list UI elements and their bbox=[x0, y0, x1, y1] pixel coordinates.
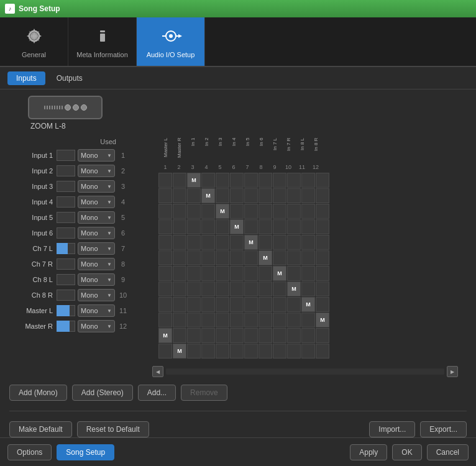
matrix-cell[interactable] bbox=[230, 313, 244, 327]
matrix-cell[interactable] bbox=[187, 188, 201, 203]
matrix-cell[interactable] bbox=[173, 328, 186, 343]
matrix-cell[interactable] bbox=[187, 250, 201, 265]
input-type-select[interactable]: Mono▼ bbox=[78, 258, 115, 270]
matrix-cell[interactable] bbox=[230, 344, 244, 359]
matrix-cell[interactable] bbox=[173, 250, 186, 265]
input-type-select[interactable]: Mono▼ bbox=[78, 273, 115, 286]
matrix-cell[interactable] bbox=[201, 297, 215, 312]
matrix-cell[interactable] bbox=[216, 235, 229, 250]
matrix-cell[interactable] bbox=[158, 281, 172, 296]
matrix-cell[interactable] bbox=[287, 297, 301, 312]
matrix-cell[interactable] bbox=[187, 344, 201, 359]
input-type-select[interactable]: Mono▼ bbox=[78, 320, 115, 332]
options-button[interactable]: Options bbox=[7, 444, 52, 460]
matrix-cell[interactable] bbox=[273, 188, 286, 203]
matrix-cell[interactable] bbox=[316, 188, 329, 203]
matrix-cell[interactable] bbox=[230, 297, 244, 312]
matrix-cell[interactable] bbox=[230, 328, 244, 343]
matrix-cell[interactable] bbox=[316, 281, 329, 296]
matrix-cell[interactable] bbox=[201, 235, 215, 250]
matrix-cell[interactable] bbox=[259, 328, 272, 343]
matrix-cell[interactable] bbox=[187, 204, 201, 219]
matrix-cell[interactable] bbox=[244, 188, 258, 203]
matrix-cell[interactable] bbox=[230, 250, 244, 265]
matrix-cell[interactable] bbox=[173, 219, 186, 234]
input-type-select[interactable]: Mono▼ bbox=[78, 289, 115, 301]
matrix-cell[interactable] bbox=[216, 281, 229, 296]
matrix-cell[interactable] bbox=[173, 297, 186, 312]
matrix-cell[interactable] bbox=[158, 344, 172, 359]
matrix-cell[interactable] bbox=[201, 344, 215, 359]
matrix-cell[interactable] bbox=[259, 219, 272, 234]
import-button[interactable]: Import... bbox=[369, 421, 415, 437]
matrix-cell[interactable] bbox=[316, 235, 329, 250]
matrix-cell[interactable] bbox=[201, 219, 215, 234]
matrix-cell[interactable] bbox=[216, 344, 229, 359]
matrix-cell[interactable] bbox=[216, 266, 229, 281]
remove-button[interactable]: Remove bbox=[181, 385, 227, 401]
matrix-cell[interactable] bbox=[158, 313, 172, 327]
matrix-cell[interactable] bbox=[273, 173, 286, 188]
matrix-cell[interactable] bbox=[301, 344, 315, 359]
matrix-cell[interactable] bbox=[287, 313, 301, 327]
matrix-cell[interactable] bbox=[158, 173, 172, 188]
tab-general[interactable]: General bbox=[0, 17, 68, 66]
matrix-cell[interactable] bbox=[158, 219, 172, 234]
sub-tab-outputs[interactable]: Outputs bbox=[48, 71, 91, 85]
add-button[interactable]: Add... bbox=[138, 385, 176, 401]
matrix-cell[interactable] bbox=[201, 313, 215, 327]
matrix-cell[interactable] bbox=[187, 235, 201, 250]
matrix-cell[interactable] bbox=[316, 250, 329, 265]
matrix-cell[interactable]: M bbox=[187, 173, 201, 188]
matrix-cell[interactable] bbox=[230, 235, 244, 250]
ok-button[interactable]: OK bbox=[392, 444, 421, 460]
matrix-cell[interactable] bbox=[301, 250, 315, 265]
matrix-cell[interactable] bbox=[216, 297, 229, 312]
matrix-cell[interactable] bbox=[244, 344, 258, 359]
matrix-cell[interactable]: M bbox=[259, 250, 272, 265]
matrix-cell[interactable] bbox=[201, 328, 215, 343]
matrix-cell[interactable] bbox=[287, 250, 301, 265]
matrix-cell[interactable] bbox=[244, 204, 258, 219]
matrix-cell[interactable] bbox=[287, 204, 301, 219]
matrix-cell[interactable] bbox=[301, 188, 315, 203]
matrix-cell[interactable] bbox=[216, 188, 229, 203]
matrix-cell[interactable] bbox=[287, 235, 301, 250]
matrix-cell[interactable] bbox=[230, 188, 244, 203]
matrix-cell[interactable] bbox=[273, 297, 286, 312]
matrix-cell[interactable] bbox=[216, 250, 229, 265]
matrix-cell[interactable] bbox=[301, 235, 315, 250]
matrix-cell[interactable] bbox=[301, 328, 315, 343]
matrix-cell[interactable]: M bbox=[244, 235, 258, 250]
matrix-cell[interactable] bbox=[259, 204, 272, 219]
matrix-cell[interactable] bbox=[230, 204, 244, 219]
matrix-cell[interactable] bbox=[173, 235, 186, 250]
matrix-cell[interactable] bbox=[244, 328, 258, 343]
matrix-cell[interactable] bbox=[287, 328, 301, 343]
matrix-cell[interactable] bbox=[244, 281, 258, 296]
matrix-cell[interactable] bbox=[244, 297, 258, 312]
matrix-cell[interactable] bbox=[244, 266, 258, 281]
apply-button[interactable]: Apply bbox=[350, 444, 387, 460]
matrix-cell[interactable]: M bbox=[273, 266, 286, 281]
matrix-cell[interactable] bbox=[158, 204, 172, 219]
matrix-cell[interactable] bbox=[273, 281, 286, 296]
matrix-cell[interactable] bbox=[316, 204, 329, 219]
export-button[interactable]: Export... bbox=[420, 421, 467, 437]
matrix-cell[interactable] bbox=[273, 219, 286, 234]
matrix-cell[interactable]: M bbox=[301, 297, 315, 312]
input-type-select[interactable]: Mono▼ bbox=[78, 196, 115, 208]
matrix-cell[interactable] bbox=[216, 173, 229, 188]
matrix-cell[interactable] bbox=[301, 281, 315, 296]
input-type-select[interactable]: Mono▼ bbox=[78, 304, 115, 317]
input-type-select[interactable]: Mono▼ bbox=[78, 242, 115, 255]
matrix-cell[interactable] bbox=[187, 328, 201, 343]
matrix-cell[interactable] bbox=[187, 266, 201, 281]
matrix-cell[interactable] bbox=[301, 219, 315, 234]
add-stereo-button[interactable]: Add (Stereo) bbox=[72, 385, 133, 401]
matrix-cell[interactable] bbox=[259, 235, 272, 250]
matrix-cell[interactable] bbox=[316, 297, 329, 312]
matrix-cell[interactable] bbox=[244, 173, 258, 188]
input-type-select[interactable]: Mono▼ bbox=[78, 165, 115, 177]
matrix-cell[interactable] bbox=[287, 188, 301, 203]
